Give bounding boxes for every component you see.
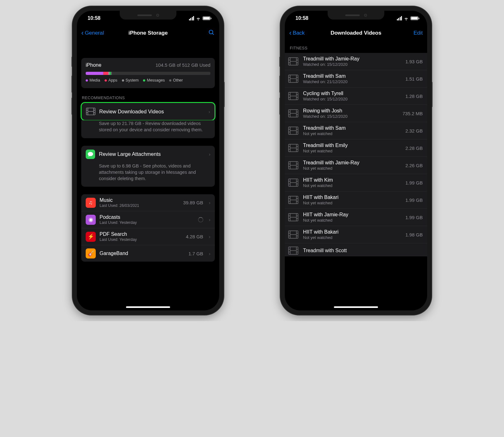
notch [328, 11, 384, 20]
legend-dot [143, 79, 145, 82]
chevron-right-icon: › [209, 151, 210, 157]
storage-card: iPhone 104.5 GB of 512 GB Used MediaApps… [81, 58, 215, 88]
video-row[interactable]: HIIT with Jamie-Ray Not yet watched 1.99… [285, 209, 427, 226]
rec2-description: Save up to 6.98 GB - See photos, videos … [81, 163, 215, 187]
rec1-description: Save up to 21.78 GB - Review downloaded … [81, 120, 215, 138]
app-icon: ◉ [86, 215, 96, 225]
video-subtitle: Watched on: 15/12/2020 [303, 114, 398, 119]
video-row[interactable]: Treadmill with Sam Not yet watched 2.32 … [285, 122, 427, 139]
screen-right: 10:58 ‹ Back Downloaded Videos Edit FITN… [285, 11, 427, 310]
app-row[interactable]: 🎸 GarageBand 1.7 GB › [81, 245, 215, 262]
film-icon [288, 230, 299, 239]
section-header-fitness: FITNESS [285, 40, 427, 53]
chevron-right-icon: › [209, 109, 210, 114]
film-icon [288, 161, 299, 169]
cellular-icon [189, 16, 194, 20]
legend-item: Other [169, 78, 183, 82]
chevron-left-icon: ‹ [81, 29, 83, 37]
video-title: Treadmill with Sam [303, 73, 401, 79]
video-row[interactable]: Cycling with Tyrell Watched on: 15/12/20… [285, 88, 427, 105]
video-row[interactable]: Treadmill with Scott [285, 243, 427, 256]
video-size: 1.51 GB [405, 76, 423, 82]
storage-segment [111, 72, 112, 75]
recommendations-header: RECOMMENDATIONS [77, 88, 219, 103]
video-row[interactable]: HIIT with Bakari Not yet watched 1.99 GB [285, 191, 427, 209]
loading-spinner-icon [198, 217, 203, 222]
film-icon [288, 144, 299, 152]
video-size: 1.99 GB [405, 215, 423, 220]
video-title: HIIT with Bakari [303, 229, 401, 235]
video-row[interactable]: Treadmill with Emily Not yet watched 2.2… [285, 139, 427, 157]
chevron-right-icon: › [209, 251, 210, 256]
legend-item: Messages [143, 78, 165, 82]
film-icon [288, 196, 299, 204]
back-button[interactable]: ‹ Back [289, 29, 305, 37]
recommendation-review-videos[interactable]: Review Downloaded Videos › [81, 102, 215, 121]
back-button[interactable]: ‹ General [81, 29, 104, 37]
video-size: 1.99 GB [405, 197, 423, 203]
storage-bar [86, 72, 210, 75]
app-name: PDF Search [100, 231, 182, 237]
app-row[interactable]: ♫ Music Last Used: 26/03/2021 39.89 GB › [81, 194, 215, 211]
storage-segment [86, 72, 103, 75]
video-subtitle: Not yet watched [303, 201, 401, 205]
iphone-right: 10:58 ‹ Back Downloaded Videos Edit FITN… [280, 6, 432, 315]
search-icon [208, 29, 215, 36]
video-title: Treadmill with Scott [303, 248, 418, 253]
video-row[interactable]: Treadmill with Sam Watched on: 21/12/202… [285, 70, 427, 88]
video-subtitle: Watched on: 15/12/2020 [303, 97, 401, 101]
video-title: Treadmill with Emily [303, 143, 401, 148]
storage-used: 104.5 GB of 512 GB Used [156, 62, 210, 68]
app-icon: ♫ [86, 198, 96, 208]
status-indicators [397, 16, 419, 21]
page-title: Downloaded Videos [285, 30, 427, 36]
video-row[interactable]: Rowing with Josh Watched on: 15/12/2020 … [285, 105, 427, 122]
video-subtitle: Not yet watched [303, 183, 401, 188]
app-last-used: Last Used: Yesterday [100, 237, 182, 242]
device-name: iPhone [86, 62, 101, 68]
navbar-left: ‹ General iPhone Storage [77, 26, 219, 40]
back-label: General [85, 30, 104, 36]
status-indicators [189, 16, 211, 21]
app-size: 1.7 GB [188, 251, 203, 256]
film-icon [86, 107, 95, 116]
video-list: Treadmill with Jamie-Ray Watched on: 15/… [285, 53, 427, 256]
messages-icon [86, 150, 95, 159]
app-row[interactable]: ◉ Podcasts Last Used: Yesterday › [81, 211, 215, 228]
video-size: 2.26 GB [405, 163, 423, 168]
video-title: Treadmill with Jamie-Ray [303, 160, 401, 166]
legend-dot [105, 79, 107, 82]
content-right[interactable]: FITNESS Treadmill with Jamie-Ray Watched… [285, 40, 427, 310]
video-title: HIIT with Bakari [303, 195, 401, 200]
recommendation-large-attachments[interactable]: Review Large Attachments › Save up to 6.… [81, 146, 215, 187]
video-title: HIIT with Kim [303, 177, 401, 183]
status-time: 10:58 [88, 15, 100, 21]
back-label: Back [293, 30, 305, 36]
video-row[interactable]: HIIT with Bakari Not yet watched 1.98 GB [285, 226, 427, 243]
legend-label: Other [173, 78, 183, 82]
app-row[interactable]: ⚡ PDF Search Last Used: Yesterday 4.28 G… [81, 228, 215, 245]
app-name: GarageBand [100, 251, 185, 256]
home-indicator[interactable] [126, 306, 170, 308]
video-subtitle: Not yet watched [303, 131, 401, 136]
video-row[interactable]: Treadmill with Jamie-Ray Watched on: 15/… [285, 53, 427, 70]
battery-icon [410, 16, 418, 20]
video-row[interactable]: HIIT with Kim Not yet watched 1.99 GB [285, 174, 427, 191]
iphone-left: 10:58 ‹ General iPhone Storage [72, 6, 224, 315]
video-row[interactable]: Treadmill with Jamie-Ray Not yet watched… [285, 157, 427, 174]
film-icon [288, 127, 299, 135]
rec2-label: Review Large Attachments [99, 151, 205, 157]
home-indicator[interactable] [334, 306, 378, 308]
video-title: HIIT with Jamie-Ray [303, 212, 401, 218]
video-size: 1.98 GB [405, 232, 423, 237]
app-last-used: Last Used: 26/03/2021 [100, 203, 180, 208]
legend-dot [122, 79, 124, 82]
legend-label: Messages [147, 78, 165, 82]
search-button[interactable] [208, 29, 215, 37]
status-time: 10:58 [295, 15, 308, 21]
video-size: 1.28 GB [405, 94, 423, 99]
edit-button[interactable]: Edit [414, 30, 423, 36]
storage-segment [103, 72, 108, 75]
cellular-icon [397, 16, 402, 20]
video-subtitle: Not yet watched [303, 235, 401, 240]
